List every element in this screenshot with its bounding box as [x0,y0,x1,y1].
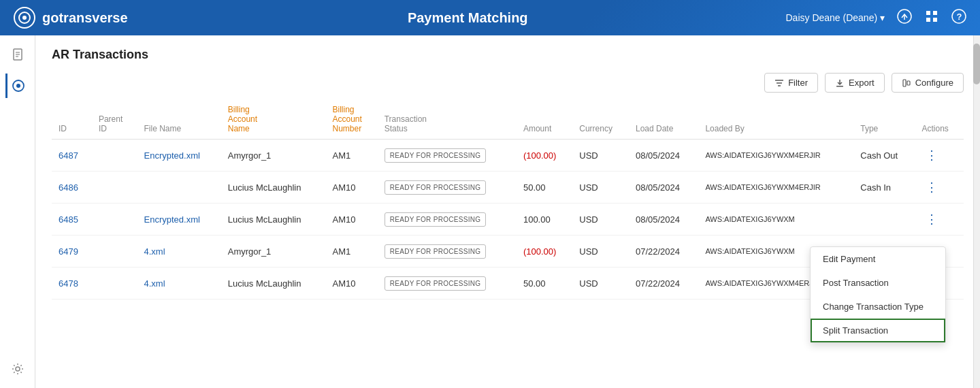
export-button[interactable]: Export [825,73,885,93]
cell-file-name[interactable]: 4.xml [137,268,221,300]
cell-amount: (100.00) [517,236,572,268]
svg-point-15 [16,84,20,88]
sidebar-item-documents[interactable] [5,42,30,67]
logo-area: gotransverse [14,7,150,29]
cell-type: Cash In [853,172,915,204]
svg-text:?: ? [957,12,962,22]
scrollbar-thumb[interactable] [973,44,980,84]
cell-id: 6485 [52,204,92,236]
sidebar-item-payment[interactable] [5,74,30,98]
cell-currency: USD [572,236,629,268]
dropdown-item[interactable]: Edit Payment [811,247,945,271]
cell-id: 6487 [52,140,92,172]
table-row: 6486 Lucius McLaughlin AM10 READY FOR PR… [52,172,964,204]
table-row: 6487 Encrypted.xml Amyrgor_1 AM1 READY F… [52,140,964,172]
col-parent-id: ParentID [92,99,137,140]
col-id: ID [52,99,92,140]
cell-billing-account-number: AM10 [325,268,377,300]
cell-amount: 50.00 [517,172,572,204]
upload-icon[interactable] [897,9,912,27]
cell-load-date: 07/22/2024 [629,236,698,268]
cell-amount: 50.00 [517,268,572,300]
col-amount: Amount [517,99,572,140]
cell-currency: USD [572,140,629,172]
cell-transaction-status: READY FOR PROCESSING [378,172,517,204]
cell-billing-account-name: Amyrgor_1 [221,140,326,172]
cell-loaded-by: AWS:AIDATEXIGJ6YWXM [698,204,853,236]
actions-menu-button[interactable]: ⋮ [921,210,942,228]
cell-currency: USD [572,268,629,300]
cell-load-date: 08/05/2024 [629,204,698,236]
dropdown-item[interactable]: Post Transaction [811,271,945,295]
cell-load-date: 08/05/2024 [629,172,698,204]
user-menu[interactable]: Daisy Deane (Deane) ▾ [785,12,885,23]
cell-billing-account-name: Lucius McLaughlin [221,268,326,300]
cell-billing-account-name: Amyrgor_1 [221,236,326,268]
col-loaded-by: Loaded By [698,99,853,140]
status-badge: READY FOR PROCESSING [385,212,487,227]
cell-actions: ⋮ [915,204,964,236]
cell-load-date: 07/22/2024 [629,268,698,300]
cell-id: 6479 [52,236,92,268]
cell-parent-id [92,204,137,236]
cell-file-name[interactable]: Encrypted.xml [137,204,221,236]
cell-type [853,204,915,236]
svg-rect-22 [907,81,910,85]
col-currency: Currency [572,99,629,140]
sidebar-item-settings[interactable] [5,357,30,381]
svg-rect-20 [836,86,843,87]
cell-amount: (100.00) [517,140,572,172]
cell-currency: USD [572,172,629,204]
export-icon [835,78,845,88]
help-icon[interactable]: ? [951,9,966,27]
col-file-name: File Name [137,99,221,140]
configure-icon [902,78,911,88]
actions-dropdown-menu: Edit PaymentPost TransactionChange Trans… [810,246,946,343]
cell-actions: ⋮ [915,172,964,204]
cell-transaction-status: READY FOR PROCESSING [378,204,517,236]
filter-button[interactable]: Filter [764,73,818,93]
svg-rect-21 [903,80,906,86]
nav-right: Daisy Deane (Deane) ▾ ? [785,9,966,27]
cell-type: Cash Out [853,140,915,172]
section-title: AR Transactions [35,35,980,69]
cell-file-name[interactable]: Encrypted.xml [137,140,221,172]
cell-billing-account-number: AM10 [325,204,377,236]
svg-rect-5 [933,11,937,15]
col-billing-account-name: BillingAccountName [221,99,326,140]
cell-amount: 100.00 [517,204,572,236]
table-row: 6485 Encrypted.xml Lucius McLaughlin AM1… [52,204,964,236]
cell-transaction-status: READY FOR PROCESSING [378,236,517,268]
cell-file-name[interactable]: 4.xml [137,236,221,268]
dropdown-item[interactable]: Change Transaction Type [811,295,945,319]
status-badge: READY FOR PROCESSING [385,180,487,195]
cell-id: 6478 [52,268,92,300]
cell-parent-id [92,140,137,172]
actions-menu-button[interactable]: ⋮ [921,146,942,164]
dropdown-item[interactable]: Split Transaction [811,319,945,342]
cell-file-name [137,172,221,204]
content-area: AR Transactions Filter Export [35,35,980,388]
cell-parent-id [92,268,137,300]
cell-billing-account-name: Lucius McLaughlin [221,172,326,204]
sidebar [0,35,35,388]
col-actions: Actions [915,99,964,140]
configure-button[interactable]: Configure [892,73,964,93]
cell-transaction-status: READY FOR PROCESSING [378,268,517,300]
status-badge: READY FOR PROCESSING [385,276,487,291]
scrollbar-track[interactable] [973,35,980,388]
cell-transaction-status: READY FOR PROCESSING [378,140,517,172]
top-navigation: gotransverse Payment Matching Daisy Dean… [0,0,980,35]
logo-icon [14,7,35,29]
cell-billing-account-number: AM1 [325,236,377,268]
svg-point-16 [16,367,20,371]
cell-actions: ⋮ [915,140,964,172]
actions-menu-button[interactable]: ⋮ [921,178,942,196]
main-layout: AR Transactions Filter Export [0,35,980,388]
cell-loaded-by: AWS:AIDATEXIGJ6YWXM4ERJIR [698,140,853,172]
grid-icon[interactable] [924,9,939,27]
col-load-date: Load Date [629,99,698,140]
cell-loaded-by: AWS:AIDATEXIGJ6YWXM4ERJIR [698,172,853,204]
cell-parent-id [92,172,137,204]
cell-billing-account-number: AM10 [325,172,377,204]
